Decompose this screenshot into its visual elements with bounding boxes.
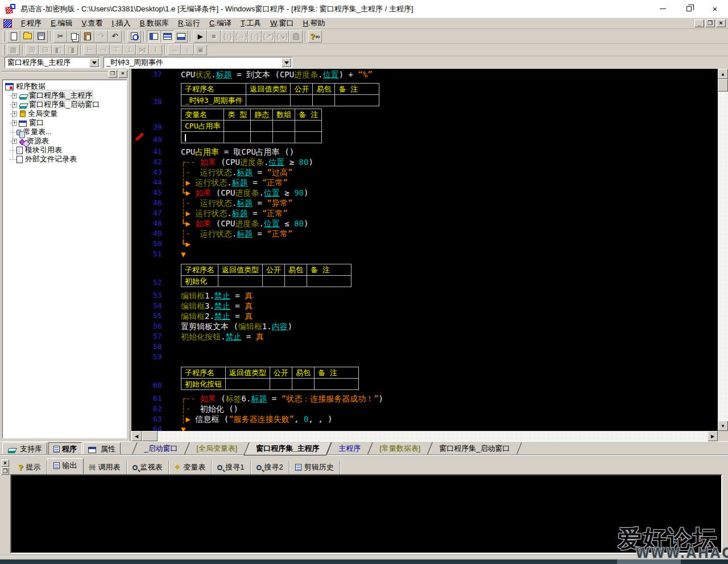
table-cell[interactable] xyxy=(181,132,224,143)
tree-item-资源表[interactable]: +资源表 xyxy=(10,136,125,146)
scroll-left-icon[interactable]: ◀ xyxy=(131,431,142,441)
toolbar-grip[interactable] xyxy=(3,45,5,55)
expand-icon[interactable]: + xyxy=(12,121,17,126)
menu-item-I[interactable]: I.插入 xyxy=(107,18,135,29)
code-line[interactable]: 49┆- 运行状态.标题 = “正常” xyxy=(131,229,718,239)
help-find-button[interactable]: ?∞ xyxy=(308,30,322,43)
panel-expand-button[interactable]: ❐ xyxy=(1,467,9,475)
code-line[interactable]: 42┌-- 如果 (CPU进度条.位置 ≥ 80) xyxy=(131,157,718,167)
editor-tab-_启动窗口[interactable]: _启动窗口 xyxy=(131,442,190,455)
code-line[interactable]: 59 xyxy=(131,352,718,362)
code-line[interactable]: 63┆▶ 信息框 (“服务器连接失败”, 0, , ) xyxy=(131,414,718,424)
chevron-down-icon[interactable] xyxy=(282,58,291,67)
table-cell[interactable]: CPU占用率 xyxy=(181,121,224,132)
table-cell[interactable] xyxy=(273,121,295,132)
tree-item-窗口程序集_启动窗口[interactable]: +窗口程序集_启动窗口 xyxy=(10,100,125,109)
scroll-up-icon[interactable]: ▲ xyxy=(718,69,728,79)
menu-item-C[interactable]: C.编译 xyxy=(205,18,236,29)
menu-item-E[interactable]: E.编辑 xyxy=(46,18,77,29)
new-file-button[interactable] xyxy=(7,30,20,43)
run-button[interactable]: ▶ xyxy=(193,30,207,43)
code-line[interactable]: 45┗▶ 如果 (CPU进度条.位置 ≥ 90) xyxy=(131,188,718,198)
tree-root-program-data[interactable]: 程序数据 xyxy=(4,82,125,91)
editor-tab-窗口程序集_主程序[interactable]: 窗口程序集_主程序 xyxy=(244,442,332,455)
tree-item-外部文件记录表[interactable]: 外部文件记录表 xyxy=(10,155,125,164)
code-line[interactable]: 37CPU状况.标题 = 到文本 (CPU进度条.位置) + “%” xyxy=(131,69,718,80)
find-button[interactable] xyxy=(127,30,141,43)
form-grid-button[interactable]: ▦ xyxy=(7,44,20,55)
insert-below-button[interactable]: ◨ xyxy=(65,44,78,55)
code-line[interactable]: 48┗▶ 如果 (CPU进度条.位置 ≤ 80) xyxy=(131,218,718,229)
table-cell[interactable] xyxy=(273,132,295,143)
menu-item-B[interactable]: B.数据库 xyxy=(135,18,173,29)
close-button[interactable]: × xyxy=(702,0,728,18)
table-cell[interactable] xyxy=(313,95,335,106)
expand-icon[interactable]: + xyxy=(12,102,17,107)
tree-item-窗口程序集_主程序[interactable]: +窗口程序集_主程序 xyxy=(10,91,125,100)
code-line[interactable]: 41CPU占用率 = 取CPU占用率 () xyxy=(131,147,718,157)
bottom-tab-搜寻2[interactable]: 搜寻2 xyxy=(251,461,289,474)
chevron-down-icon[interactable] xyxy=(89,58,99,67)
code-area[interactable]: 37CPU状况.标题 = 到文本 (CPU进度条.位置) + “%”子程序名返回… xyxy=(131,69,718,431)
table-cell[interactable] xyxy=(285,276,307,287)
editor-tab-主程序[interactable]: 主程序 xyxy=(326,442,373,455)
fit-both-button[interactable]: ▣ xyxy=(194,44,207,55)
paste-button[interactable] xyxy=(81,30,94,43)
bottom-tab-提示[interactable]: ?提示 xyxy=(13,461,47,474)
menu-item-T[interactable]: T.工具 xyxy=(236,18,266,29)
toolbar-grip[interactable] xyxy=(3,31,5,42)
assembly-combo[interactable]: 窗口程序集_主程序 xyxy=(5,57,100,68)
bottom-tab-输出[interactable]: 输出 xyxy=(47,458,84,474)
menu-item-F[interactable]: F.程序 xyxy=(16,18,46,29)
bottom-tab-搜寻1[interactable]: 搜寻1 xyxy=(212,461,250,474)
insert-above-button[interactable]: ◧ xyxy=(52,44,65,55)
editor-tab-窗口程序集_启动窗口[interactable]: 窗口程序集_启动窗口 xyxy=(427,442,522,455)
table-cell[interactable]: 初始化按钮 xyxy=(181,379,226,390)
tree-item-模块引用表[interactable]: 模块引用表 xyxy=(10,146,125,155)
step-into-button[interactable]: {→} xyxy=(234,30,248,43)
table-cell[interactable] xyxy=(307,276,351,287)
panel-maximize-button[interactable]: ❐ xyxy=(108,70,117,78)
code-line[interactable]: 57初始化按钮.禁止 = 真 xyxy=(131,331,718,342)
copy-button[interactable] xyxy=(67,30,81,43)
editor-tab-[常量数据表][interactable]: [常量数据表] xyxy=(367,442,433,455)
mdi-close-button[interactable]: × xyxy=(716,19,726,27)
event-combo[interactable]: _时钟3_周期事件 xyxy=(104,57,292,68)
table-cell[interactable] xyxy=(315,379,359,390)
undo-button[interactable]: ↶ xyxy=(108,30,122,43)
table-cell[interactable] xyxy=(292,379,315,390)
scroll-down-icon[interactable]: ▼ xyxy=(718,421,728,431)
table-cell[interactable]: 初始化 xyxy=(181,276,218,287)
table-cell[interactable] xyxy=(226,379,270,390)
run-to-cursor-button[interactable]: {↘} xyxy=(275,30,289,43)
menu-item-V[interactable]: V.查看 xyxy=(77,18,107,29)
align-right-button[interactable]: ⊣ xyxy=(97,44,110,55)
code-line[interactable]: 58 xyxy=(131,342,718,352)
layout-2-button[interactable] xyxy=(160,30,174,43)
menu-item-H[interactable]: H.帮助 xyxy=(298,18,329,29)
code-line[interactable]: 55编辑框2.禁止 = 真 xyxy=(131,311,718,321)
table-cell[interactable] xyxy=(295,132,322,143)
variable-table[interactable]: 变量名类 型静态数组备 注CPU占用率 3940 xyxy=(181,109,718,143)
horizontal-splitter[interactable] xyxy=(0,454,728,459)
table-cell[interactable] xyxy=(218,276,263,287)
insert-left-button[interactable]: ⊞ xyxy=(26,44,39,55)
code-line[interactable]: 50┗▶ xyxy=(131,239,718,249)
same-height-button[interactable]: Ⅰ xyxy=(149,44,162,55)
code-line[interactable]: 51▼ xyxy=(131,249,718,259)
minimize-button[interactable] xyxy=(650,0,676,18)
subroutine-table[interactable]: 子程序名返回值类型公开易包备 注_时钟3_周期事件 38 xyxy=(181,83,718,106)
same-width-button[interactable]: ⋈ xyxy=(136,44,149,55)
table-cell[interactable] xyxy=(251,132,273,143)
table-cell[interactable]: _时钟3_周期事件 xyxy=(181,95,246,106)
subroutine-table[interactable]: 子程序名返回值类型公开易包备 注初始化 52 xyxy=(181,264,718,287)
fit-width-button[interactable]: ↔ xyxy=(168,44,181,55)
table-cell[interactable] xyxy=(224,121,251,132)
table-cell[interactable] xyxy=(224,132,251,143)
layout-1-button[interactable] xyxy=(147,30,160,43)
bottom-tab-监视表[interactable]: 监视表 xyxy=(127,461,169,474)
code-line[interactable]: 54编辑框3.禁止 = 真 xyxy=(131,301,718,311)
horizontal-scroll-thumb[interactable] xyxy=(142,431,158,441)
menu-item-R[interactable]: R.运行 xyxy=(173,18,205,29)
table-cell[interactable] xyxy=(270,379,292,390)
